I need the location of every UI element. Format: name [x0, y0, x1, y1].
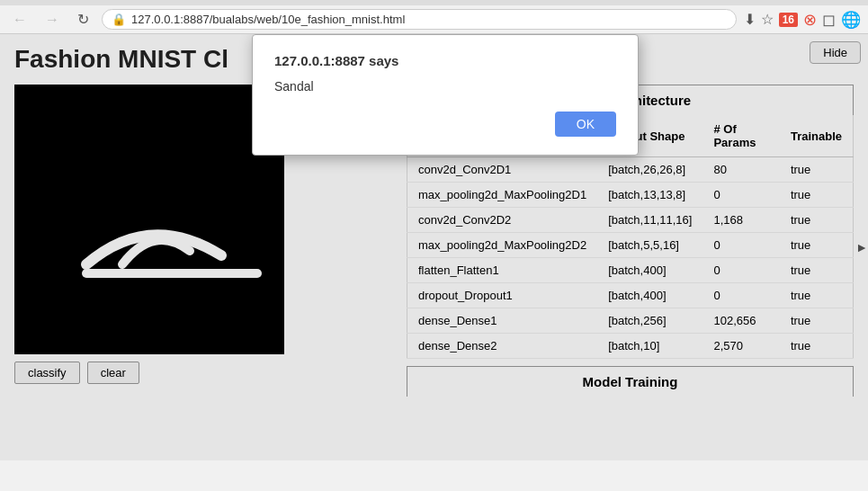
address-bar[interactable]: 🔒 127.0.0.1:8887/bualabs/web/10e_fashion… — [102, 9, 737, 30]
back-button[interactable]: ← — [7, 10, 32, 30]
bookmark-icon[interactable]: ☆ — [761, 11, 774, 28]
dialog-ok-button[interactable]: OK — [555, 112, 616, 137]
dialog-footer: OK — [274, 112, 616, 137]
url-text: 127.0.0.1:8887/bualabs/web/10e_fashion_m… — [131, 13, 727, 26]
extension-icon-3[interactable]: ◻ — [822, 10, 836, 30]
forward-button[interactable]: → — [40, 10, 65, 30]
dialog-message: Sandal — [274, 79, 616, 94]
extension-icon-1[interactable]: 16 — [779, 13, 798, 27]
dialog-overlay: 127.0.0.1:8887 says Sandal OK — [0, 34, 868, 460]
reload-button[interactable]: ↻ — [72, 9, 94, 30]
page-content: Hide Fashion MNIST Cl class — [0, 34, 868, 460]
extension-icon-4[interactable]: 🌐 — [841, 10, 861, 30]
browser-toolbar: ⬇ ☆ 16 ⊗ ◻ 🌐 — [744, 10, 861, 30]
extension-icon-2[interactable]: ⊗ — [803, 10, 817, 30]
dialog-title: 127.0.0.1:8887 says — [274, 53, 616, 68]
nav-bar: ← → ↻ 🔒 127.0.0.1:8887/bualabs/web/10e_f… — [0, 5, 868, 33]
browser-chrome: ← → ↻ 🔒 127.0.0.1:8887/bualabs/web/10e_f… — [0, 0, 868, 34]
download-icon[interactable]: ⬇ — [744, 11, 756, 28]
dialog-box: 127.0.0.1:8887 says Sandal OK — [252, 34, 639, 156]
lock-icon: 🔒 — [112, 13, 126, 26]
